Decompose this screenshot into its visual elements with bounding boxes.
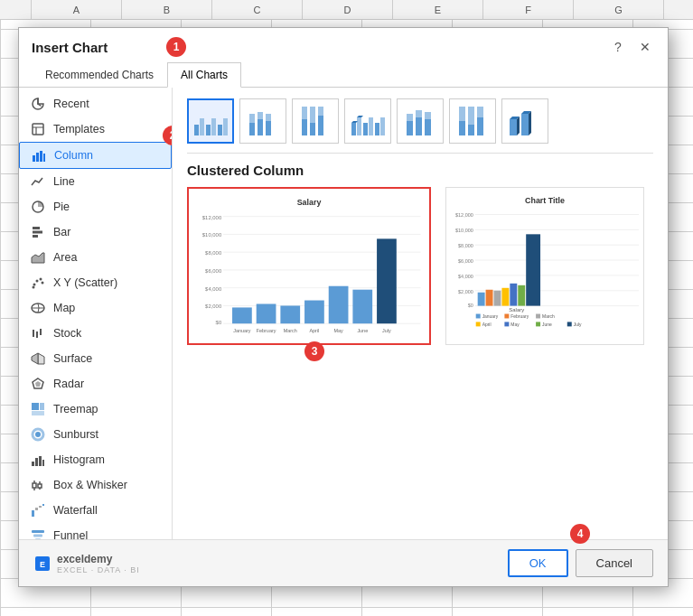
svg-text:$12,000: $12,000: [455, 212, 473, 218]
sidebar-item-pie[interactable]: Pie: [19, 194, 172, 219]
svg-rect-31: [42, 460, 44, 466]
tab-recommended[interactable]: Recommended Charts: [32, 62, 167, 88]
chart-preview-main[interactable]: Salary $12,000 $10,000 $8,000 $6,000 $4,…: [187, 187, 431, 345]
svg-text:$10,000: $10,000: [455, 228, 473, 233]
sidebar-item-radar[interactable]: Radar: [19, 371, 172, 397]
svg-rect-2: [36, 153, 39, 162]
svg-rect-144: [504, 314, 509, 319]
tab-all-charts[interactable]: All Charts: [167, 62, 241, 88]
svg-rect-41: [42, 504, 44, 506]
chart-thumb-3d-100-stacked-column[interactable]: [449, 98, 496, 144]
svg-rect-25: [32, 411, 44, 415]
chart-title-svg: Chart Title $12,000 $10,000 $8,000 $6,00…: [446, 188, 643, 344]
sidebar-item-stock[interactable]: Stock: [19, 321, 172, 346]
svg-rect-36: [38, 484, 42, 488]
svg-text:January: January: [233, 328, 251, 333]
svg-rect-3: [40, 151, 42, 162]
sidebar-item-waterfall[interactable]: Waterfall: [19, 498, 172, 523]
brand-text: exceldemy EXCEL · DATA · BI: [57, 553, 140, 574]
dialog-tabs: Recommended Charts All Charts 1: [19, 57, 668, 88]
sidebar-label-pie: Pie: [53, 201, 70, 213]
salary-chart-svg: Salary $12,000 $10,000 $8,000 $6,000 $4,…: [192, 192, 426, 340]
sidebar-label-treemap: Treemap: [53, 403, 98, 415]
sidebar-item-surface[interactable]: Surface: [19, 346, 172, 371]
sidebar-item-map[interactable]: Map: [19, 295, 172, 321]
svg-marker-22: [35, 381, 41, 387]
svg-rect-30: [39, 456, 42, 466]
boxwhisker-icon: [30, 477, 46, 493]
sidebar-label-boxwhisker: Box & Whisker: [53, 479, 127, 491]
svg-rect-82: [468, 107, 474, 125]
svg-rect-0: [33, 124, 43, 135]
svg-rect-64: [318, 107, 323, 116]
sidebar-label-bar: Bar: [53, 226, 70, 238]
sidebar-label-histogram: Histogram: [53, 453, 105, 466]
chart-thumb-3d-column[interactable]: [501, 98, 548, 144]
radar-icon: [30, 376, 46, 392]
svg-text:$2,000: $2,000: [458, 289, 473, 294]
svg-rect-24: [40, 403, 44, 410]
svg-rect-42: [32, 530, 44, 533]
sidebar-item-bar[interactable]: Bar: [19, 219, 172, 245]
sidebar-label-waterfall: Waterfall: [53, 504, 98, 517]
sidebar-item-column[interactable]: Column: [19, 142, 172, 169]
svg-point-14: [33, 286, 35, 289]
sidebar-item-boxwhisker[interactable]: Box & Whisker: [19, 472, 172, 498]
svg-text:May: May: [333, 328, 343, 333]
ok-button[interactable]: OK: [508, 549, 568, 577]
sidebar-label-surface: Surface: [53, 352, 92, 365]
svg-text:$4,000: $4,000: [205, 286, 222, 292]
svg-rect-110: [329, 286, 349, 323]
funnel-icon: [30, 527, 46, 539]
svg-rect-28: [32, 462, 34, 466]
dialog-footer: E exceldemy EXCEL · DATA · BI 4 OK Cance…: [19, 539, 668, 586]
sidebar-item-sunburst[interactable]: Sunburst: [19, 422, 172, 447]
svg-rect-52: [223, 118, 228, 135]
treemap-icon: [30, 401, 46, 417]
svg-rect-48: [200, 118, 204, 135]
sidebar-item-funnel[interactable]: Funnel: [19, 523, 172, 539]
sidebar-item-treemap[interactable]: Treemap: [19, 397, 172, 422]
svg-text:Salary: Salary: [297, 198, 322, 207]
svg-rect-51: [218, 125, 222, 135]
sidebar-item-recent[interactable]: Recent: [19, 91, 172, 117]
surface-icon: [30, 350, 46, 367]
svg-text:February: February: [257, 328, 276, 333]
brand-name: exceldemy: [57, 553, 140, 565]
svg-rect-33: [33, 483, 36, 488]
sidebar-item-templates[interactable]: Templates: [19, 117, 172, 142]
svg-rect-152: [536, 322, 540, 326]
col-header-e: E: [393, 0, 483, 19]
sidebar-label-map: Map: [53, 302, 75, 314]
chart-thumb-100-stacked-column[interactable]: [292, 98, 339, 144]
sidebar-item-area[interactable]: Area: [19, 245, 172, 270]
chart-thumb-stacked-column[interactable]: [239, 98, 286, 144]
chart-thumb-clustered-column[interactable]: [187, 98, 234, 144]
svg-text:April: April: [309, 328, 319, 333]
chart-thumb-3d-stacked-column[interactable]: [397, 98, 444, 144]
sidebar-label-column: Column: [54, 149, 93, 162]
svg-rect-112: [377, 238, 397, 323]
svg-rect-4: [43, 154, 45, 162]
help-button[interactable]: ?: [608, 37, 628, 57]
svg-rect-40: [39, 506, 42, 508]
svg-rect-39: [35, 508, 38, 510]
chart-thumb-3d-clustered-column[interactable]: [344, 98, 391, 144]
svg-text:June: June: [357, 328, 368, 333]
sidebar-item-histogram[interactable]: Histogram: [19, 447, 172, 472]
cancel-button[interactable]: Cancel: [576, 549, 653, 577]
svg-rect-140: [518, 285, 525, 306]
svg-text:$12,000: $12,000: [202, 215, 222, 220]
svg-text:$6,000: $6,000: [205, 268, 222, 274]
svg-rect-75: [416, 117, 422, 135]
svg-text:July: July: [382, 328, 391, 333]
sidebar-item-line[interactable]: Line: [19, 169, 172, 194]
svg-rect-137: [494, 291, 501, 306]
svg-rect-66: [357, 117, 361, 135]
close-button[interactable]: ✕: [635, 37, 655, 57]
svg-marker-20: [32, 353, 38, 364]
svg-rect-148: [476, 322, 481, 326]
sidebar-item-scatter[interactable]: X Y (Scatter): [19, 270, 172, 295]
svg-text:July: July: [574, 322, 582, 327]
svg-rect-142: [476, 314, 481, 319]
